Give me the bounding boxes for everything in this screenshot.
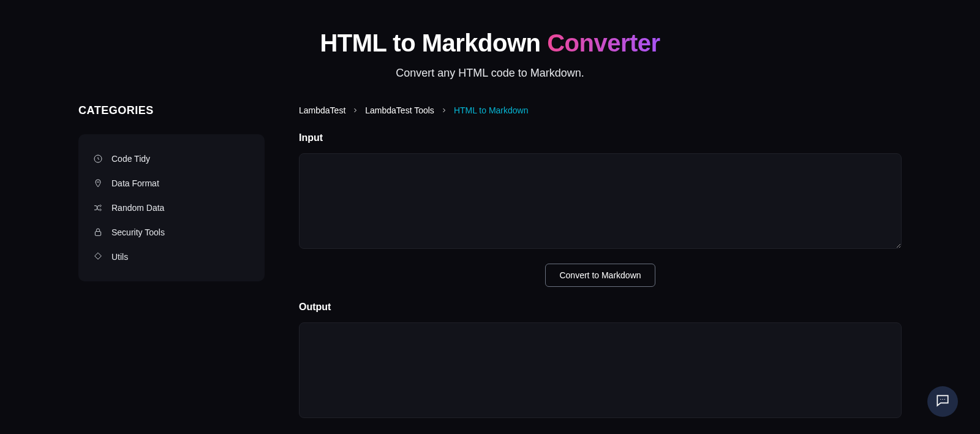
- page-title-main: HTML to Markdown: [320, 29, 547, 56]
- chevron-right-icon: [440, 107, 448, 114]
- sidebar-box: Code Tidy Data Format Random Data Securi…: [78, 134, 265, 281]
- sidebar: CATEGORIES Code Tidy Data Format Random …: [78, 104, 265, 281]
- svg-point-4: [944, 399, 945, 400]
- sidebar-heading: CATEGORIES: [78, 104, 265, 117]
- sidebar-item-label: Utils: [111, 252, 128, 262]
- random-data-icon: [93, 203, 103, 213]
- convert-row: Convert to Markdown: [299, 264, 902, 287]
- chat-icon: [935, 392, 951, 411]
- breadcrumb-link-tools[interactable]: LambdaTest Tools: [365, 105, 434, 115]
- chevron-right-icon: [352, 107, 359, 114]
- sidebar-item-random-data[interactable]: Random Data: [78, 196, 265, 220]
- sidebar-item-code-tidy[interactable]: Code Tidy: [78, 147, 265, 171]
- svg-point-2: [940, 399, 941, 400]
- security-tools-icon: [93, 227, 103, 237]
- page-title: HTML to Markdown Converter: [0, 29, 980, 57]
- sidebar-item-label: Code Tidy: [111, 154, 150, 164]
- breadcrumb: LambdaTest LambdaTest Tools HTML to Mark…: [299, 105, 902, 115]
- svg-point-3: [942, 399, 943, 400]
- page-subtitle: Convert any HTML code to Markdown.: [0, 67, 980, 80]
- sidebar-item-data-format[interactable]: Data Format: [78, 171, 265, 196]
- sidebar-item-label: Random Data: [111, 203, 164, 213]
- sidebar-item-security-tools[interactable]: Security Tools: [78, 220, 265, 245]
- breadcrumb-link-root[interactable]: LambdaTest: [299, 105, 345, 115]
- page-title-accent: Converter: [547, 29, 660, 56]
- utils-icon: [93, 252, 103, 262]
- convert-button[interactable]: Convert to Markdown: [545, 264, 655, 287]
- input-textarea[interactable]: [299, 153, 902, 249]
- sidebar-item-utils[interactable]: Utils: [78, 245, 265, 269]
- main: LambdaTest LambdaTest Tools HTML to Mark…: [299, 104, 902, 418]
- input-label: Input: [299, 132, 902, 143]
- svg-rect-1: [95, 232, 100, 236]
- sidebar-item-label: Security Tools: [111, 227, 165, 237]
- data-format-icon: [93, 178, 103, 188]
- sidebar-item-label: Data Format: [111, 178, 159, 188]
- code-tidy-icon: [93, 154, 103, 164]
- output-label: Output: [299, 302, 902, 313]
- output-area: [299, 322, 902, 418]
- breadcrumb-current: HTML to Markdown: [454, 105, 529, 115]
- chat-fab[interactable]: [927, 386, 958, 417]
- hero: HTML to Markdown Converter Convert any H…: [0, 0, 980, 104]
